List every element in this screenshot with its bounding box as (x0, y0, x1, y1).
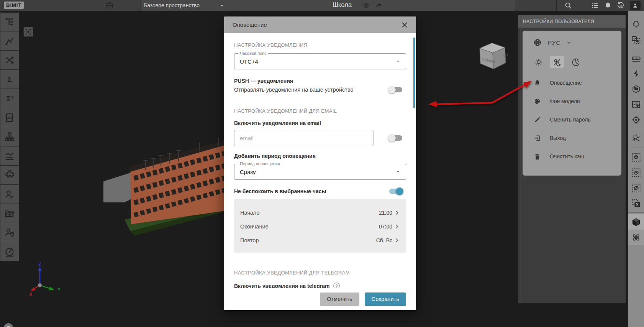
left-tool-sigma-plus[interactable]: Σ + (0, 89, 19, 108)
fit-view-button[interactable] (23, 27, 33, 37)
left-tool-plugins[interactable] (0, 166, 19, 185)
menu-item-clear-cache[interactable]: Очистить кэш (523, 147, 621, 166)
email-input[interactable] (234, 130, 374, 146)
menu-item-model-background[interactable]: Фон модели (523, 92, 621, 110)
menu-item-logout[interactable]: Выход (523, 129, 621, 147)
right-tool-orbit[interactable] (628, 230, 644, 245)
avatar-button[interactable] (630, 1, 641, 10)
chevron-right-icon (394, 237, 400, 243)
menu-item-change-password[interactable]: Сменить пароль (523, 110, 621, 129)
auto-theme-button[interactable] (550, 56, 564, 68)
briefcase-icon[interactable] (105, 1, 114, 10)
left-tool-folder-import[interactable] (0, 204, 19, 223)
right-tool-section-lines[interactable]: 1 2 (628, 131, 644, 146)
dnd-title: Не беспокоить в выбранные часы (234, 188, 389, 194)
email-toggle[interactable] (389, 135, 402, 141)
left-tool-shuffle[interactable] (0, 51, 19, 70)
project-title: Школа (333, 2, 352, 8)
dnd-toggle[interactable] (389, 189, 402, 194)
left-tool-charts[interactable] (0, 146, 19, 166)
timezone-select[interactable]: Часовой пояс UTC+4 (234, 53, 406, 69)
dnd-end-row[interactable]: Окончание 07:00 (240, 220, 400, 233)
right-tool-ruler[interactable] (628, 51, 644, 66)
right-tool-flash[interactable] (628, 66, 644, 81)
left-tool-user-location[interactable] (0, 223, 19, 242)
caret-down-icon (396, 59, 400, 64)
right-toolbar: 1 2 (628, 11, 644, 327)
svg-text:2D: 2D (7, 116, 12, 120)
section-lines-icon: 1 2 (631, 133, 641, 144)
left-tool-connections[interactable] (0, 31, 19, 51)
menu-item-label: Фон модели (550, 98, 580, 104)
chevron-right-icon (394, 223, 400, 230)
axis-y-label: Y (57, 287, 61, 292)
user-settings-menu: Оповещение Фон модели Сменить пароль (523, 74, 621, 166)
email-title: Включить уведомления на email (234, 120, 406, 126)
period-select[interactable]: Период оповещения Сразу (234, 164, 406, 180)
period-title: Добавить период оповещения (234, 153, 406, 159)
menu-item-notifications[interactable]: Оповещение (523, 74, 621, 92)
share-icon[interactable] (375, 1, 383, 10)
left-tool-gauge[interactable] (0, 242, 19, 261)
right-tool-target[interactable] (628, 112, 644, 127)
modal-title: Оповещение (233, 21, 400, 28)
left-tool-2d-docs[interactable]: 2D (0, 108, 19, 127)
right-tool-isolate-box[interactable] (628, 150, 644, 165)
right-tool-hide-selected[interactable] (628, 180, 644, 196)
right-tool-show-selected[interactable] (628, 165, 644, 180)
save-button[interactable]: Сохранить (365, 292, 406, 306)
section-box-icon (631, 84, 641, 94)
cancel-button[interactable]: Отменить (320, 292, 359, 306)
right-tool-clear-selection[interactable] (628, 196, 644, 211)
timezone-label: Часовой пояс (238, 51, 268, 56)
bell-icon (533, 79, 541, 87)
doc-2d-icon: 2D (4, 112, 15, 123)
close-icon[interactable] (400, 20, 409, 30)
left-toolbar: Σ Σ + 2D (0, 12, 19, 261)
shuffle-icon (4, 54, 15, 66)
bell-icon[interactable] (604, 1, 612, 10)
toolbar-divider (628, 129, 644, 129)
help-button[interactable]: ? (4, 323, 13, 327)
user-settings-title: НАСТРОЙКИ ПОЛЬЗОВАТЕЛЯ (518, 15, 626, 28)
caret-down-icon[interactable] (219, 3, 224, 8)
right-tool-nature[interactable] (628, 16, 644, 32)
left-tool-sigma[interactable]: Σ (0, 70, 19, 89)
gear-icon[interactable] (362, 1, 370, 10)
navigation-cube[interactable]: Справа Сзади (477, 40, 508, 73)
user-settings-card: РУС (523, 31, 621, 176)
axis-gizmo: Z X Y (29, 262, 64, 297)
svg-text:2: 2 (636, 133, 637, 136)
left-tool-model-tree[interactable] (0, 12, 19, 31)
history-icon[interactable]: 10 (616, 1, 625, 10)
model-tree-icon (4, 16, 15, 28)
menu-item-label: Очистить кэш (550, 153, 584, 159)
left-tool-org-chart[interactable] (0, 127, 19, 146)
pencil-icon (533, 116, 541, 124)
dnd-start-row[interactable]: Начало 21:00 (240, 206, 400, 220)
light-theme-button[interactable] (532, 56, 546, 68)
search-icon[interactable] (564, 1, 572, 10)
dark-theme-button[interactable] (569, 56, 582, 68)
right-tool-floorplan[interactable] (628, 97, 644, 112)
right-tool-section-box[interactable] (628, 81, 644, 97)
left-tool-user-check[interactable] (0, 185, 19, 204)
app-logo[interactable]: BiMiT (4, 2, 24, 9)
right-tool-3d-view[interactable] (628, 214, 644, 230)
right-tool-select-shapes[interactable] (628, 32, 644, 47)
push-toggle[interactable] (389, 87, 402, 92)
dashed-cube-icon (631, 152, 641, 163)
charts-icon (4, 150, 15, 162)
exit-icon (533, 134, 541, 142)
user-settings-panel: НАСТРОЙКИ ПОЛЬЗОВАТЕЛЯ РУС (518, 15, 626, 303)
workspace-selector[interactable]: Базовое пространство (144, 2, 200, 8)
language-selector[interactable]: РУС (523, 38, 621, 48)
list-icon[interactable] (591, 1, 599, 10)
dnd-repeat-row[interactable]: Повтор Сб, Вс (240, 233, 400, 247)
toolbar-divider (628, 212, 644, 213)
select-shapes-icon (631, 35, 641, 45)
modal-scrollbar[interactable] (413, 38, 415, 108)
chevron-right-icon (394, 210, 400, 216)
telegram-help-icon[interactable]: ? (333, 283, 340, 288)
period-value: Сразу (240, 169, 396, 175)
